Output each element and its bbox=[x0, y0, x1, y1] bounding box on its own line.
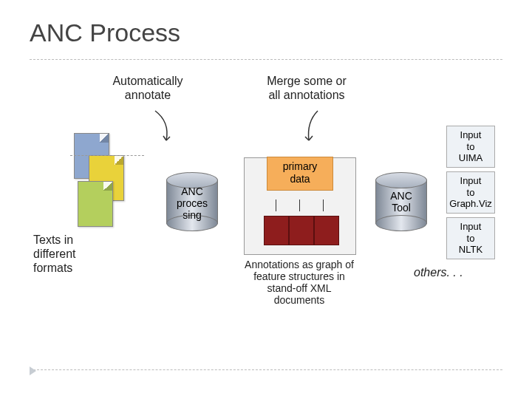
connector-line bbox=[276, 200, 276, 211]
connector-line bbox=[299, 200, 300, 211]
nav-next-icon[interactable] bbox=[30, 366, 36, 375]
output-box-uima: Input to UIMA bbox=[446, 126, 495, 168]
label-auto-annotate: Automatically annotate bbox=[103, 74, 192, 102]
cylinder-anc-tool: ANC Tool bbox=[375, 172, 427, 231]
document-icon bbox=[78, 181, 113, 227]
label-merge: Merge some or all annotations bbox=[251, 74, 362, 102]
arrow-from-merge bbox=[296, 107, 332, 144]
divider-top bbox=[30, 59, 502, 60]
annotation-block bbox=[264, 216, 289, 245]
label-annotations-graph: Annotations as graph of feature structur… bbox=[222, 259, 377, 306]
annotations-container: primary data bbox=[244, 157, 356, 255]
cylinder-anc-processing: ANC proces sing bbox=[166, 172, 218, 231]
box-primary-data: primary data bbox=[267, 157, 333, 191]
label-others: others. . . bbox=[414, 266, 463, 279]
arrow-from-annotate bbox=[148, 107, 185, 144]
annotation-block bbox=[289, 216, 314, 245]
output-box-graphviz: Input to Graph.Viz bbox=[446, 171, 495, 214]
label-anc-processing: ANC proces sing bbox=[165, 185, 219, 221]
annotation-block bbox=[314, 216, 339, 245]
connector-line bbox=[323, 200, 324, 211]
divider-bottom bbox=[30, 369, 502, 370]
label-texts-formats: Texts in different formats bbox=[33, 233, 115, 276]
label-anc-tool: ANC Tool bbox=[374, 190, 429, 214]
connector-docs-to-cyl bbox=[70, 155, 144, 156]
output-box-nltk: Input to NLTK bbox=[446, 217, 495, 259]
page-title: ANC Process bbox=[30, 18, 180, 47]
